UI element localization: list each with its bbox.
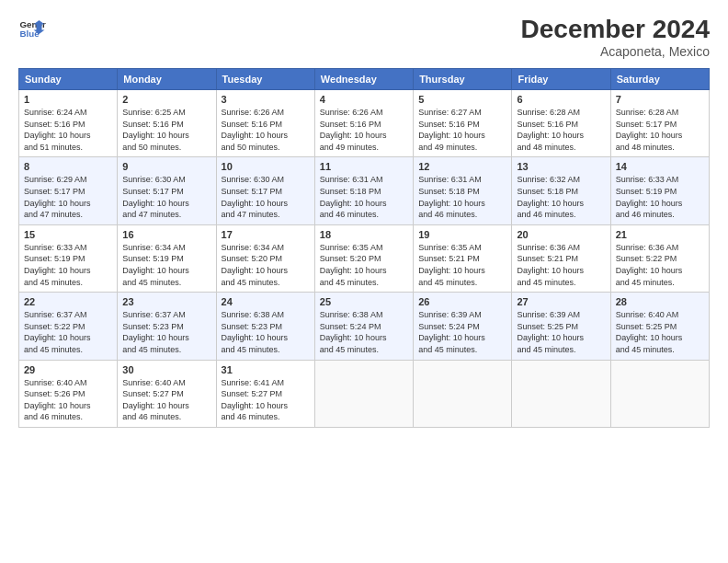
day-info: Sunrise: 6:41 AM Sunset: 5:27 PM Dayligh…	[222, 377, 310, 423]
calendar-subtitle: Acaponeta, Mexico	[521, 44, 710, 59]
table-row	[512, 360, 610, 427]
day-number: 28	[616, 296, 704, 307]
col-saturday: Saturday	[610, 69, 709, 90]
day-number: 31	[222, 364, 310, 375]
col-friday: Friday	[512, 69, 610, 90]
day-info: Sunrise: 6:31 AM Sunset: 5:18 PM Dayligh…	[320, 174, 408, 220]
day-info: Sunrise: 6:38 AM Sunset: 5:24 PM Dayligh…	[320, 309, 408, 355]
day-number: 6	[517, 94, 605, 105]
day-number: 2	[122, 94, 210, 105]
day-info: Sunrise: 6:35 AM Sunset: 5:20 PM Dayligh…	[320, 242, 408, 288]
table-row: 23Sunrise: 6:37 AM Sunset: 5:23 PM Dayli…	[118, 293, 216, 360]
table-row	[414, 360, 512, 427]
table-row: 10Sunrise: 6:30 AM Sunset: 5:17 PM Dayli…	[216, 157, 314, 224]
calendar-week-row: 29Sunrise: 6:40 AM Sunset: 5:26 PM Dayli…	[19, 360, 710, 427]
day-info: Sunrise: 6:35 AM Sunset: 5:21 PM Dayligh…	[418, 242, 506, 288]
table-row: 28Sunrise: 6:40 AM Sunset: 5:25 PM Dayli…	[610, 293, 709, 360]
day-info: Sunrise: 6:36 AM Sunset: 5:22 PM Dayligh…	[616, 242, 704, 288]
day-info: Sunrise: 6:27 AM Sunset: 5:16 PM Dayligh…	[418, 107, 506, 153]
day-info: Sunrise: 6:36 AM Sunset: 5:21 PM Dayligh…	[517, 242, 605, 288]
day-number: 27	[517, 296, 605, 307]
table-row	[610, 360, 709, 427]
day-info: Sunrise: 6:40 AM Sunset: 5:27 PM Dayligh…	[122, 377, 210, 423]
day-number: 11	[320, 161, 408, 172]
table-row: 6Sunrise: 6:28 AM Sunset: 5:16 PM Daylig…	[512, 90, 610, 157]
page: General Blue December 2024 Acaponeta, Me…	[0, 0, 728, 563]
day-number: 18	[320, 229, 408, 240]
day-info: Sunrise: 6:32 AM Sunset: 5:18 PM Dayligh…	[517, 174, 605, 220]
day-info: Sunrise: 6:31 AM Sunset: 5:18 PM Dayligh…	[418, 174, 506, 220]
table-row: 31Sunrise: 6:41 AM Sunset: 5:27 PM Dayli…	[216, 360, 314, 427]
table-row: 7Sunrise: 6:28 AM Sunset: 5:17 PM Daylig…	[610, 90, 709, 157]
table-row: 18Sunrise: 6:35 AM Sunset: 5:20 PM Dayli…	[314, 224, 413, 292]
table-row: 29Sunrise: 6:40 AM Sunset: 5:26 PM Dayli…	[19, 360, 118, 427]
day-number: 8	[24, 161, 112, 172]
day-info: Sunrise: 6:38 AM Sunset: 5:23 PM Dayligh…	[222, 309, 310, 355]
day-info: Sunrise: 6:26 AM Sunset: 5:16 PM Dayligh…	[320, 107, 408, 153]
calendar-week-row: 1Sunrise: 6:24 AM Sunset: 5:16 PM Daylig…	[19, 90, 710, 157]
day-info: Sunrise: 6:40 AM Sunset: 5:26 PM Dayligh…	[24, 377, 112, 423]
day-info: Sunrise: 6:39 AM Sunset: 5:25 PM Dayligh…	[517, 309, 605, 355]
table-row: 19Sunrise: 6:35 AM Sunset: 5:21 PM Dayli…	[414, 224, 512, 292]
table-row: 20Sunrise: 6:36 AM Sunset: 5:21 PM Dayli…	[512, 224, 610, 292]
table-row: 30Sunrise: 6:40 AM Sunset: 5:27 PM Dayli…	[118, 360, 216, 427]
table-row: 27Sunrise: 6:39 AM Sunset: 5:25 PM Dayli…	[512, 293, 610, 360]
col-sunday: Sunday	[19, 69, 118, 90]
day-number: 3	[222, 94, 310, 105]
day-number: 17	[222, 229, 310, 240]
day-number: 19	[418, 229, 506, 240]
day-number: 21	[616, 229, 704, 240]
table-row: 1Sunrise: 6:24 AM Sunset: 5:16 PM Daylig…	[19, 90, 118, 157]
col-thursday: Thursday	[414, 69, 512, 90]
calendar-header-row: Sunday Monday Tuesday Wednesday Thursday…	[19, 69, 710, 90]
logo: General Blue	[18, 15, 46, 42]
table-row	[314, 360, 413, 427]
table-row: 8Sunrise: 6:29 AM Sunset: 5:17 PM Daylig…	[19, 157, 118, 224]
table-row: 22Sunrise: 6:37 AM Sunset: 5:22 PM Dayli…	[19, 293, 118, 360]
col-wednesday: Wednesday	[314, 69, 413, 90]
col-monday: Monday	[118, 69, 216, 90]
day-number: 16	[122, 229, 210, 240]
day-info: Sunrise: 6:28 AM Sunset: 5:16 PM Dayligh…	[517, 107, 605, 153]
day-info: Sunrise: 6:39 AM Sunset: 5:24 PM Dayligh…	[418, 309, 506, 355]
day-number: 26	[418, 296, 506, 307]
table-row: 21Sunrise: 6:36 AM Sunset: 5:22 PM Dayli…	[610, 224, 709, 292]
logo-icon: General Blue	[18, 15, 46, 42]
table-row: 26Sunrise: 6:39 AM Sunset: 5:24 PM Dayli…	[414, 293, 512, 360]
calendar-week-row: 8Sunrise: 6:29 AM Sunset: 5:17 PM Daylig…	[19, 157, 710, 224]
table-row: 14Sunrise: 6:33 AM Sunset: 5:19 PM Dayli…	[610, 157, 709, 224]
calendar-week-row: 22Sunrise: 6:37 AM Sunset: 5:22 PM Dayli…	[19, 293, 710, 360]
day-info: Sunrise: 6:37 AM Sunset: 5:23 PM Dayligh…	[122, 309, 210, 355]
day-info: Sunrise: 6:28 AM Sunset: 5:17 PM Dayligh…	[616, 107, 704, 153]
day-info: Sunrise: 6:40 AM Sunset: 5:25 PM Dayligh…	[616, 309, 704, 355]
day-number: 15	[24, 229, 112, 240]
day-number: 30	[122, 364, 210, 375]
table-row: 4Sunrise: 6:26 AM Sunset: 5:16 PM Daylig…	[314, 90, 413, 157]
day-number: 13	[517, 161, 605, 172]
day-number: 9	[122, 161, 210, 172]
table-row: 5Sunrise: 6:27 AM Sunset: 5:16 PM Daylig…	[414, 90, 512, 157]
day-number: 29	[24, 364, 112, 375]
header: General Blue December 2024 Acaponeta, Me…	[18, 15, 710, 59]
day-number: 7	[616, 94, 704, 105]
col-tuesday: Tuesday	[216, 69, 314, 90]
title-area: December 2024 Acaponeta, Mexico	[521, 15, 710, 59]
table-row: 13Sunrise: 6:32 AM Sunset: 5:18 PM Dayli…	[512, 157, 610, 224]
day-info: Sunrise: 6:37 AM Sunset: 5:22 PM Dayligh…	[24, 309, 112, 355]
day-info: Sunrise: 6:30 AM Sunset: 5:17 PM Dayligh…	[122, 174, 210, 220]
day-info: Sunrise: 6:33 AM Sunset: 5:19 PM Dayligh…	[24, 242, 112, 288]
calendar-title: December 2024	[521, 15, 710, 44]
table-row: 3Sunrise: 6:26 AM Sunset: 5:16 PM Daylig…	[216, 90, 314, 157]
day-number: 24	[222, 296, 310, 307]
table-row: 2Sunrise: 6:25 AM Sunset: 5:16 PM Daylig…	[118, 90, 216, 157]
day-number: 5	[418, 94, 506, 105]
day-info: Sunrise: 6:29 AM Sunset: 5:17 PM Dayligh…	[24, 174, 112, 220]
day-number: 20	[517, 229, 605, 240]
day-number: 12	[418, 161, 506, 172]
day-number: 1	[24, 94, 112, 105]
day-number: 4	[320, 94, 408, 105]
day-info: Sunrise: 6:24 AM Sunset: 5:16 PM Dayligh…	[24, 107, 112, 153]
table-row: 16Sunrise: 6:34 AM Sunset: 5:19 PM Dayli…	[118, 224, 216, 292]
day-number: 22	[24, 296, 112, 307]
table-row: 24Sunrise: 6:38 AM Sunset: 5:23 PM Dayli…	[216, 293, 314, 360]
